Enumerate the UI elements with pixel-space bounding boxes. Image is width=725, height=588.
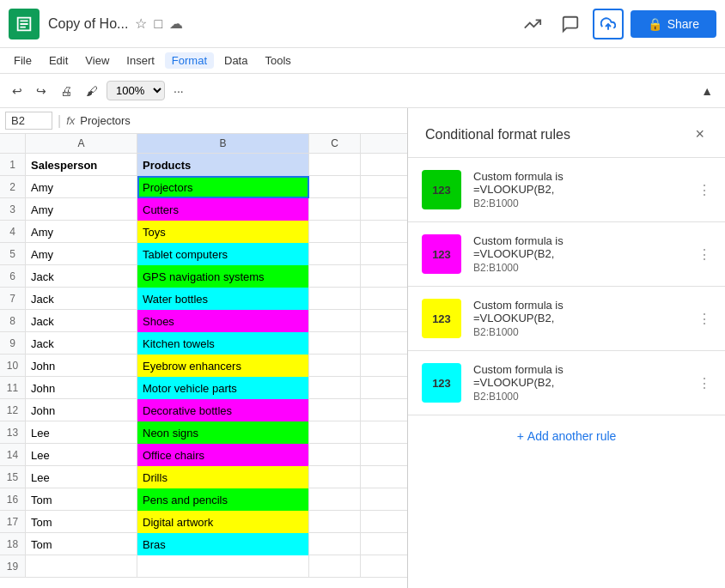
cell-c14[interactable] [309,444,361,466]
col-header-b[interactable]: B [137,134,309,153]
cell-b7[interactable]: Water bottles [137,288,309,310]
table-row: 1 Salesperson Products [0,154,407,176]
cell-b10[interactable]: Eyebrow enhancers [137,355,309,377]
cell-a2[interactable]: Amy [26,176,137,198]
add-rule-button[interactable]: + Add another rule [408,415,725,457]
cell-a15[interactable]: Lee [26,466,137,488]
menu-format[interactable]: Format [165,52,214,69]
cell-b15[interactable]: Drills [137,466,309,488]
table-row: 7 Jack Water bottles [0,288,407,310]
cell-a16[interactable]: Tom [26,488,137,511]
cell-c8[interactable] [309,310,361,332]
rule-item[interactable]: 123 Custom formula is =VLOOKUP(B2, B2:B1… [408,287,725,351]
cell-c19[interactable] [309,555,361,578]
close-panel-button[interactable]: × [691,122,708,147]
cell-a12[interactable]: John [26,399,137,421]
cell-a13[interactable]: Lee [26,421,137,444]
upload-icon[interactable] [593,9,624,39]
menu-insert[interactable]: Insert [119,52,161,69]
cell-c6[interactable] [309,265,361,288]
cell-b4[interactable]: Toys [137,221,309,243]
table-row: 11 John Motor vehicle parts [0,377,407,399]
more-button[interactable]: ··· [168,81,189,101]
cell-c18[interactable] [309,533,361,555]
cell-c5[interactable] [309,243,361,265]
cell-a8[interactable]: Jack [26,310,137,332]
cell-b1[interactable]: Products [137,154,309,176]
menu-file[interactable]: File [7,52,39,69]
cell-c1[interactable] [309,154,361,176]
comment-icon[interactable] [555,9,586,39]
cell-c15[interactable] [309,466,361,488]
cell-c13[interactable] [309,421,361,444]
cell-a5[interactable]: Amy [26,243,137,265]
cell-b12[interactable]: Decorative bottles [137,399,309,421]
print-button[interactable]: 🖨 [55,81,77,101]
cell-c4[interactable] [309,221,361,243]
cell-a6[interactable]: Jack [26,265,137,288]
cell-c7[interactable] [309,288,361,310]
cell-c10[interactable] [309,355,361,377]
app-header: Copy of Ho... ☆ □ ☁ [0,0,725,48]
menu-view[interactable]: View [78,52,116,69]
rule-menu-icon[interactable]: ⋮ [698,246,711,263]
redo-button[interactable]: ↪ [31,81,52,101]
menu-edit[interactable]: Edit [42,52,75,69]
cell-b17[interactable]: Digital artwork [137,511,309,533]
rule-item[interactable]: 123 Custom formula is =VLOOKUP(B2, B2:B1… [408,351,725,415]
cell-a7[interactable]: Jack [26,288,137,310]
cell-a4[interactable]: Amy [26,221,137,243]
cell-c11[interactable] [309,377,361,399]
cell-b19[interactable] [137,555,309,578]
cell-b9[interactable]: Kitchen towels [137,332,309,355]
zoom-select[interactable]: 100% 75% 125% [107,81,165,100]
cell-a14[interactable]: Lee [26,444,137,466]
star-icon[interactable]: ☆ [135,15,147,32]
cell-b5[interactable]: Tablet computers [137,243,309,265]
undo-button[interactable]: ↩ [7,81,27,101]
cell-b16[interactable]: Pens and pencils [137,488,309,511]
cell-b8[interactable]: Shoes [137,310,309,332]
table-row: 19 [0,555,407,578]
collapse-button[interactable]: ▲ [696,81,718,101]
cell-c9[interactable] [309,332,361,355]
cell-a10[interactable]: John [26,355,137,377]
cell-a17[interactable]: Tom [26,511,137,533]
cell-b2[interactable]: Projectors [137,176,309,198]
cloud-icon[interactable]: ☁ [169,15,183,32]
col-header-a[interactable]: A [26,134,137,153]
cell-b11[interactable]: Motor vehicle parts [137,377,309,399]
table-row: 14 Lee Office chairs [0,444,407,466]
cell-c12[interactable] [309,399,361,421]
share-button[interactable]: 🔒 Share [631,10,716,38]
cell-c17[interactable] [309,511,361,533]
cell-a19[interactable] [26,555,137,578]
cell-a18[interactable]: Tom [26,533,137,555]
row-number: 15 [0,466,26,488]
rule-item[interactable]: 123 Custom formula is =VLOOKUP(B2, B2:B1… [408,158,725,222]
paint-format-button[interactable]: 🖌 [81,81,103,101]
cell-b14[interactable]: Office chairs [137,444,309,466]
rule-item[interactable]: 123 Custom formula is =VLOOKUP(B2, B2:B1… [408,222,725,287]
cell-b13[interactable]: Neon signs [137,421,309,444]
col-header-c[interactable]: C [309,134,361,153]
cell-b6[interactable]: GPS navigation systems [137,265,309,288]
rule-menu-icon[interactable]: ⋮ [698,182,711,198]
cell-a11[interactable]: John [26,377,137,399]
rule-menu-icon[interactable]: ⋮ [698,311,711,327]
cell-b3[interactable]: Cutters [137,198,309,221]
cell-c3[interactable] [309,198,361,221]
cell-a3[interactable]: Amy [26,198,137,221]
rule-menu-icon[interactable]: ⋮ [698,375,711,391]
trend-icon[interactable] [517,9,548,39]
cell-c2[interactable] [309,176,361,198]
cell-b18[interactable]: Bras [137,533,309,555]
menu-tools[interactable]: Tools [258,52,297,69]
menu-data[interactable]: Data [217,52,254,69]
cell-reference[interactable]: B2 [5,112,52,130]
cell-a9[interactable]: Jack [26,332,137,355]
cell-a1[interactable]: Salesperson [26,154,137,176]
cell-c16[interactable] [309,488,361,511]
rule-badge-magenta: 123 [422,234,461,274]
folder-icon[interactable]: □ [154,16,162,32]
